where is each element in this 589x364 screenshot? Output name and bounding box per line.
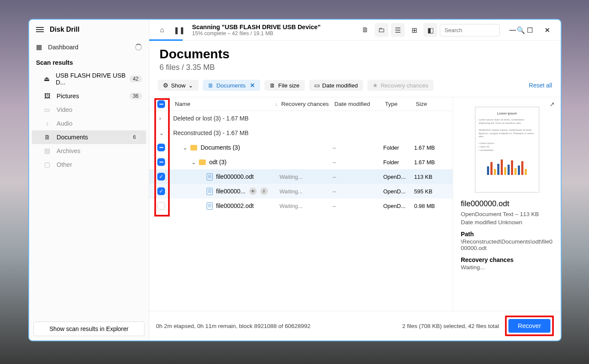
document-icon <box>207 173 213 180</box>
preview-panel: ↗ Lorem ipsum Lorem ipsum dolor sit amet… <box>453 97 561 311</box>
close-button[interactable]: ✕ <box>539 24 555 36</box>
file-icon[interactable]: 🗎 <box>358 23 372 37</box>
video-icon: ▭ <box>43 106 51 113</box>
col-size[interactable]: Size <box>414 97 453 111</box>
chevron-down-icon[interactable]: ⌄ <box>159 129 163 136</box>
col-date[interactable]: Date modified <box>333 97 383 111</box>
folder-icon[interactable]: 🗀 <box>375 23 388 37</box>
main-panel: ⌂ ❚❚ Scanning "USB FLASH DRIVE USB Devic… <box>149 20 561 340</box>
col-type[interactable]: Type <box>383 97 414 111</box>
sidebar-item-documents[interactable]: 🗎 Documents 6 <box>32 130 146 144</box>
topbar: ⌂ ❚❚ Scanning "USB FLASH DRIVE USB Devic… <box>149 20 561 41</box>
recovery-chances-filter[interactable]: ★Recovery chances <box>367 80 433 91</box>
recover-button[interactable]: Recover <box>508 319 550 333</box>
grid-view-icon[interactable]: ⊞ <box>407 23 421 37</box>
drive-icon: ⏏ <box>43 75 51 82</box>
col-name[interactable]: Name↓ <box>173 97 279 111</box>
select-all-checkbox[interactable] <box>157 100 165 108</box>
preview-path-label: Path <box>461 231 553 238</box>
folder-icon <box>190 145 197 150</box>
reset-all-link[interactable]: Reset all <box>529 82 552 89</box>
panel-toggle-icon[interactable]: ◧ <box>424 23 437 37</box>
pictures-icon: 🖼 <box>43 93 51 99</box>
file-row-0[interactable]: file000000.odt Waiting...–OpenD...113 KB <box>149 169 453 184</box>
preview-filename: file000000.odt <box>461 199 553 208</box>
date-modified-filter[interactable]: ▭Date modified <box>309 80 363 91</box>
preview-rc-label: Recovery chances <box>461 256 553 263</box>
folder-icon <box>199 159 206 165</box>
status-right: 2 files (708 KB) selected, 42 files tota… <box>402 323 499 329</box>
hash-icon: # <box>260 187 268 195</box>
status-bar: 0h 2m elapsed, 0h 11m remain, block 8921… <box>149 311 561 340</box>
audio-icon: ♪ <box>43 120 51 127</box>
app-window: Disk Drill ▦Dashboard Scan results ⏏ USB… <box>28 19 562 341</box>
folder-row-documents[interactable]: ⌄Documents (3) –Folder1.67 MB <box>149 140 453 155</box>
scan-progress-bar <box>149 39 183 41</box>
sidebar-item-video[interactable]: ▭ Video <box>29 103 149 117</box>
sidebar-section-label: Scan results <box>29 55 149 69</box>
documents-filter[interactable]: 🗎Documents✕ <box>203 80 260 91</box>
file-size-filter[interactable]: 🗎File size <box>264 80 305 91</box>
col-recovery[interactable]: Recovery chances <box>279 97 333 111</box>
scan-subtitle: 15% complete – 42 files / 19.1 MB <box>192 30 321 36</box>
filter-bar: ⚙Show⌄ 🗎Documents✕ 🗎File size ▭Date modi… <box>149 75 561 97</box>
grid-icon: ▦ <box>36 44 42 51</box>
sidebar-item-archives[interactable]: ▤ Archives <box>29 144 149 158</box>
search-box[interactable]: 🔍 <box>440 24 500 36</box>
file-list: Name↓ Recovery chances Date modified Typ… <box>149 97 453 311</box>
sidebar: Disk Drill ▦Dashboard Scan results ⏏ USB… <box>29 20 149 340</box>
preview-type-size: OpenDocument Text – 113 KB <box>461 211 553 217</box>
file-row-1[interactable]: file00000...👁# Waiting...–OpenD...595 KB <box>149 184 453 199</box>
pause-button[interactable]: ❚❚ <box>172 23 186 37</box>
checkbox[interactable] <box>157 187 165 195</box>
highlight-recover: Recover <box>505 316 554 336</box>
checkbox[interactable] <box>157 202 165 210</box>
page-subtitle: 6 files / 3.35 MB <box>159 63 550 72</box>
popout-icon[interactable]: ↗ <box>550 101 555 108</box>
checkbox[interactable] <box>157 173 165 180</box>
document-icon <box>207 202 213 210</box>
show-in-explorer-button[interactable]: Show scan results in Explorer <box>33 322 144 336</box>
spinner-icon <box>135 44 142 51</box>
home-button[interactable]: ⌂ <box>155 23 169 37</box>
sidebar-item-audio[interactable]: ♪ Audio <box>29 117 149 130</box>
group-reconstructed[interactable]: ⌄ Reconstructed (3) - 1.67 MB <box>149 126 453 140</box>
page-title: Documents <box>159 47 550 61</box>
archives-icon: ▤ <box>43 147 51 154</box>
other-icon: ▢ <box>43 161 51 168</box>
checkbox[interactable] <box>157 144 165 151</box>
folder-row-odt[interactable]: ⌄odt (3) –Folder1.67 MB <box>149 155 453 169</box>
column-headers: Name↓ Recovery chances Date modified Typ… <box>149 97 453 111</box>
scan-title: Scanning "USB FLASH DRIVE USB Device" <box>192 24 321 30</box>
sidebar-dashboard[interactable]: ▦Dashboard <box>29 39 149 55</box>
preview-date: Date modified Unknown <box>461 219 553 226</box>
list-view-icon[interactable]: ☰ <box>391 23 405 37</box>
preview-rc: Waiting... <box>461 264 553 271</box>
menu-icon[interactable] <box>36 26 44 33</box>
eye-icon: 👁 <box>249 187 257 195</box>
maximize-button[interactable]: ☐ <box>522 24 538 36</box>
checkbox[interactable] <box>157 158 165 166</box>
group-deleted[interactable]: › Deleted or lost (3) - 1.67 MB <box>149 111 453 126</box>
preview-thumbnail: Lorem ipsum Lorem ipsum dolor sit amet, … <box>475 107 539 193</box>
sidebar-item-pictures[interactable]: 🖼 Pictures 36 <box>29 89 149 103</box>
app-title: Disk Drill <box>50 26 79 33</box>
remove-filter-icon[interactable]: ✕ <box>250 82 255 89</box>
sidebar-item-drive[interactable]: ⏏ USB FLASH DRIVE USB D... 42 <box>29 69 149 89</box>
document-icon <box>207 188 213 195</box>
file-row-2[interactable]: file000002.odt Waiting...–OpenD...0.98 M… <box>149 199 453 213</box>
status-left: 0h 2m elapsed, 0h 11m remain, block 8921… <box>156 323 310 329</box>
sidebar-item-other[interactable]: ▢ Other <box>29 158 149 171</box>
minimize-button[interactable]: — <box>505 24 520 36</box>
show-filter[interactable]: ⚙Show⌄ <box>158 80 198 91</box>
chevron-right-icon[interactable]: › <box>159 115 163 122</box>
documents-icon: 🗎 <box>43 134 51 141</box>
preview-path: \Reconstructed\Documents\odt\file000000.… <box>461 238 553 251</box>
